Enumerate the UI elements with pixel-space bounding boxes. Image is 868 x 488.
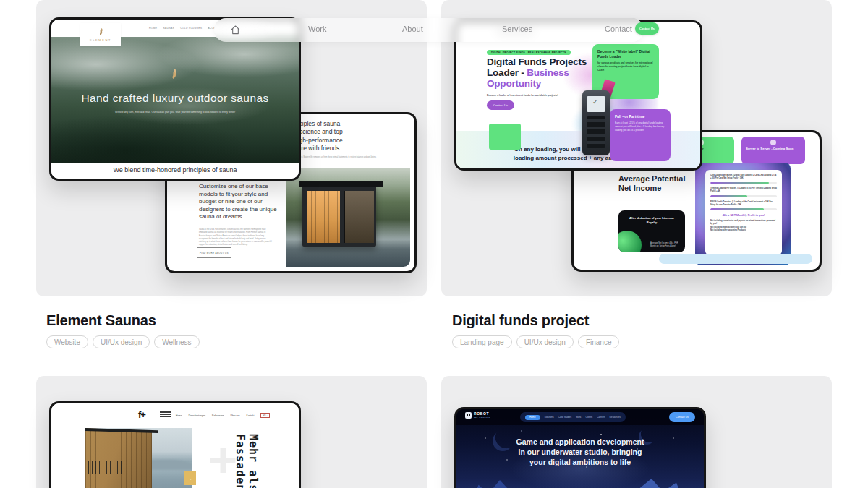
funds-badge: DIGITAL PROJECT FUNDS - REAL EXCHANGE PR… <box>487 50 571 55</box>
robot-nav-solutions[interactable]: Solutions <box>545 416 554 419</box>
fassaden-menu-referenzen[interactable]: Referenzen <box>212 414 224 417</box>
nav-link-contact[interactable]: Contact <box>605 25 632 33</box>
fassaden-header: f+ Home Dienstleistungen Referenzen Über… <box>51 403 299 428</box>
sauna-detail-heading: inciples of sauna g science and top- hig… <box>294 120 344 153</box>
fassaden-menu-dienstleistungen[interactable]: Dienstleistungen <box>189 414 206 417</box>
flame-icon <box>169 69 179 82</box>
find-more-button[interactable]: FIND MORE ABOUT US <box>197 247 231 258</box>
nav-link-work[interactable]: Work <box>308 25 326 33</box>
fassaden-menu: Home Dienstleistungen Referenzen Über un… <box>176 413 270 418</box>
green-sphere <box>618 231 642 252</box>
robot-icon <box>465 412 472 419</box>
profit-highlight: 40k + NET Monthly Profit to you! <box>710 214 777 217</box>
sauna-menu-home[interactable]: HOME <box>149 27 157 30</box>
tag: Website <box>46 335 88 348</box>
tag: UI/Ux design <box>516 335 574 348</box>
robot-nav-resources[interactable]: Resources <box>610 416 621 419</box>
full-part-time-card: Full - or Part-time Earn at least 12.5% … <box>610 109 671 161</box>
robot-mockup: ROBOT SEA MONSTER Home Solutions Case st… <box>454 407 706 488</box>
fassaden-menu-home[interactable]: Home <box>176 414 182 417</box>
progress-bar <box>710 195 777 197</box>
robot-logo: ROBOT SEA MONSTER <box>465 412 490 419</box>
tags-saunas: Website UI/Ux design Wellness <box>46 335 200 348</box>
tag: Landing page <box>452 335 512 348</box>
fassaden-menu-ueber-uns[interactable]: Über uns <box>231 414 240 417</box>
tag: Finance <box>578 335 620 348</box>
sauna-hero-subtext: Without any rush, melt and relax. Our sa… <box>51 111 299 114</box>
robot-contact-button[interactable]: Contact Us <box>669 412 695 422</box>
home-icon[interactable] <box>229 24 242 36</box>
tag: UI/Ux design <box>93 335 150 348</box>
nav-link-services[interactable]: Services <box>502 25 532 33</box>
server-to-server-card: Server to Server - Coming Soon <box>741 137 805 164</box>
funds-subtext: Become a loader of investment funds for … <box>487 94 595 97</box>
profit-stats-card: Card Loading per Month 3 Digital Card Lo… <box>705 170 782 255</box>
sauna-hero-image: Hand crafted luxury outdoor saunas Witho… <box>51 37 299 163</box>
robot-nav-case-studies[interactable]: Case studies <box>558 416 571 419</box>
royalty-card: After deduction of your Licensor Royalty… <box>618 210 685 252</box>
sauna-cabin-photo <box>286 168 410 267</box>
robot-hero-heading: Game and application development in our … <box>456 437 704 468</box>
sauna-detail-fineprint: balance it. Modern life removes us from … <box>294 156 381 159</box>
progress-bar <box>710 182 777 184</box>
sauna-menu-saunas[interactable]: SAUNAS <box>163 27 174 30</box>
language-selector[interactable]: EN + <box>260 413 270 418</box>
funds-mockup-hero: On any loading, you will earn at least 1… <box>454 20 702 171</box>
robot-nav-careers[interactable]: Careers <box>597 416 605 419</box>
sauna-hero-heading: Hand crafted luxury outdoor saunas <box>51 92 299 105</box>
cabin <box>302 184 376 247</box>
robot-nav-work[interactable]: Work <box>576 416 581 419</box>
sauna-menu-cold-plunges[interactable]: COLD PLUNGES <box>180 27 202 30</box>
plus-watermark: + <box>209 432 237 486</box>
server-icon <box>770 140 776 145</box>
tags-digital-funds: Landing page UI/Ux design Finance <box>452 335 619 348</box>
progress-bar <box>710 208 777 210</box>
robot-header: ROBOT SEA MONSTER Home Solutions Case st… <box>456 409 704 425</box>
robot-nav: Home Solutions Case studies Work Clients… <box>520 412 626 422</box>
sauna-customize-text: Customize one of our base models to fit … <box>199 183 283 221</box>
funds-header-cta-button[interactable]: Contact Us <box>635 22 659 35</box>
bottom-band <box>659 254 812 264</box>
building-photo <box>85 428 192 488</box>
robot-nav-home[interactable]: Home <box>525 415 540 420</box>
sauna-logo: ELEMENT <box>80 23 121 46</box>
green-square <box>489 124 521 150</box>
fassaden-logo: f+ <box>138 409 145 420</box>
flame-icon <box>97 28 104 37</box>
fassaden-mockup: f+ Home Dienstleistungen Referenzen Über… <box>49 401 301 488</box>
arrow-button[interactable]: → <box>184 471 196 485</box>
pos-terminal <box>582 90 610 155</box>
project-title-digital-funds[interactable]: Digital funds project <box>452 312 589 329</box>
vertical-heading: Mehr als Fassaden <box>234 434 259 488</box>
fassaden-menu-kontakt[interactable]: Kontakt <box>247 414 255 417</box>
project-title-saunas[interactable]: Element Saunas <box>46 312 156 329</box>
fassaden-logo-text <box>160 411 171 417</box>
robot-nav-clients[interactable]: Clients <box>585 416 592 419</box>
main-nav: Work About Services Contact <box>214 18 644 42</box>
net-income-heading: Average Potential Net Income <box>618 174 694 192</box>
sauna-strip: We blend time-honored principles of saun… <box>51 163 299 179</box>
nav-link-about[interactable]: About <box>402 25 423 33</box>
wooden-facade <box>85 428 152 488</box>
sauna-body-fineprint: Sauna is not a fad. For centuries, cultu… <box>199 228 273 247</box>
tag: Wellness <box>154 335 199 348</box>
funds-contact-button[interactable]: Contact Us <box>487 100 514 110</box>
portfolio-page: inciples of sauna g science and top- hig… <box>0 0 868 488</box>
